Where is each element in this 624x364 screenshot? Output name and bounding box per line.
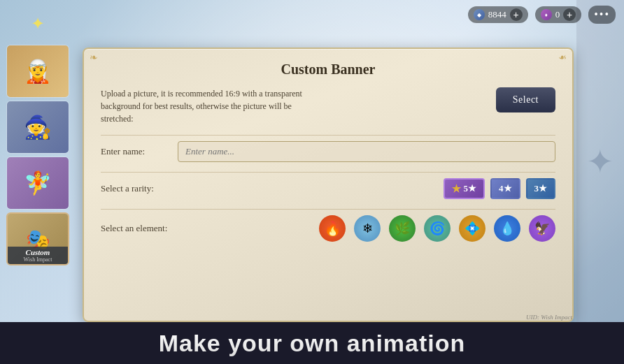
- rarity-options: 5★ 4★ 3★: [444, 178, 556, 199]
- primogem-currency: ◆ 8844 +: [468, 6, 528, 23]
- element-pyro-button[interactable]: 🔥: [319, 215, 346, 242]
- element-geo-button[interactable]: 💠: [459, 215, 485, 242]
- name-input[interactable]: [178, 141, 555, 162]
- rarity-5star-label: 5★: [464, 183, 477, 194]
- divider2: [101, 172, 555, 173]
- custom-banner-modal: Custom Banner Upload a picture, it is re…: [83, 48, 574, 322]
- element-electro-button[interactable]: 🦅: [529, 215, 555, 242]
- sidebar-item-char2[interactable]: 🧙: [6, 101, 69, 154]
- upload-description: Upload a picture, it is recommended 16:9…: [101, 87, 311, 125]
- primogem-value: 8844: [488, 9, 506, 20]
- rarity-5star-icon: [452, 184, 462, 194]
- char2-bg: 🧙: [7, 101, 69, 153]
- sidebar-item-char1[interactable]: 🧝: [6, 45, 69, 98]
- char3-icon: 🧚: [24, 170, 52, 196]
- rarity-5star-button[interactable]: 5★: [444, 178, 485, 199]
- bottom-text-bar: Make your own animation: [0, 322, 624, 364]
- rarity-3star-button[interactable]: 3★: [526, 178, 556, 199]
- right-decoration: ✦: [576, 0, 624, 322]
- fate-currency: ♦ 0 +: [535, 6, 582, 23]
- element-label: Select an element:: [101, 223, 178, 234]
- rarity-3star-label: 3★: [534, 183, 548, 194]
- char1-bg: 🧝: [7, 45, 69, 97]
- name-field-row: Enter name:: [101, 141, 555, 162]
- element-cryo-button[interactable]: ❄: [354, 215, 381, 242]
- more-button[interactable]: •••: [588, 6, 616, 24]
- divider3: [101, 209, 555, 210]
- sidebar-item-custom[interactable]: 🎭 Custom Wish Impact: [6, 212, 69, 265]
- upload-row: Upload a picture, it is recommended 16:9…: [101, 87, 555, 125]
- deco-symbol: ✦: [586, 142, 614, 181]
- fate-icon: ♦: [541, 9, 552, 20]
- rarity-4star-button[interactable]: 4★: [490, 178, 520, 199]
- element-icons: 🔥 ❄ 🌿 🌀 💠 💧 🦅: [319, 215, 555, 242]
- divider1: [101, 135, 555, 136]
- rarity-4star-label: 4★: [499, 183, 512, 194]
- topbar: ◆ 8844 + ♦ 0 + •••: [468, 6, 616, 24]
- fate-value: 0: [555, 9, 560, 20]
- element-row: Select an element: 🔥 ❄ 🌿 🌀 💠 💧 🦅: [101, 215, 555, 242]
- rarity-row: Select a rarity: 5★ 4★ 3★: [101, 178, 555, 199]
- sidebar-item-char3[interactable]: 🧚: [6, 156, 69, 210]
- modal-title: Custom Banner: [101, 61, 555, 78]
- custom-label-sub: Wish Impact: [8, 256, 68, 263]
- bottom-headline: Make your own animation: [159, 330, 466, 357]
- element-hydro-button[interactable]: 💧: [494, 215, 520, 242]
- star-icon: ✦: [31, 14, 45, 34]
- add-fate-button[interactable]: +: [563, 8, 576, 21]
- select-button[interactable]: Select: [496, 87, 555, 112]
- rarity-label: Select a rarity:: [101, 183, 178, 194]
- element-anemo-button[interactable]: 🌀: [424, 215, 451, 242]
- custom-active-label: Custom Wish Impact: [8, 247, 68, 264]
- sidebar: ✦ 🧝 🧙 🧚 🎭 Custom Wish Impact: [0, 0, 76, 321]
- char3-bg: 🧚: [7, 157, 69, 209]
- char1-icon: 🧝: [24, 58, 52, 85]
- primogem-icon: ◆: [474, 9, 485, 20]
- add-primogem-button[interactable]: +: [510, 8, 523, 21]
- char2-icon: 🧙: [24, 114, 52, 140]
- uid-watermark: UID: Wish Impact: [526, 314, 572, 321]
- name-label: Enter name:: [101, 146, 178, 157]
- element-dendro-button[interactable]: 🌿: [389, 215, 416, 242]
- sidebar-star-item[interactable]: ✦: [6, 6, 69, 42]
- custom-label-main: Custom: [8, 248, 68, 256]
